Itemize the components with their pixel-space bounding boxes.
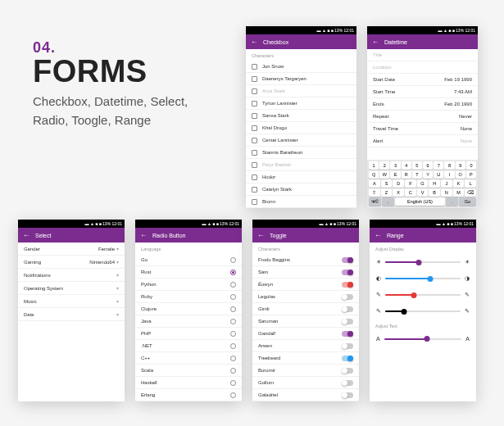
radio-row[interactable]: C++ bbox=[135, 352, 242, 365]
checkbox-icon[interactable] bbox=[252, 138, 257, 143]
back-arrow-icon[interactable]: ← bbox=[140, 231, 148, 239]
select-row[interactable]: Date▾ bbox=[18, 308, 125, 321]
key-sym[interactable]: !#© bbox=[369, 197, 381, 206]
key[interactable]: I bbox=[444, 170, 454, 179]
radio-row[interactable]: PHP bbox=[135, 328, 242, 340]
key[interactable]: 2 bbox=[379, 161, 389, 170]
checkbox-icon[interactable] bbox=[252, 76, 257, 82]
location-input-row[interactable]: Location bbox=[367, 61, 478, 74]
radio-row[interactable]: Haskell bbox=[135, 377, 242, 389]
checkbox-icon[interactable] bbox=[252, 64, 257, 70]
radio-icon[interactable] bbox=[230, 319, 236, 324]
alert-row[interactable]: AlertNone bbox=[367, 135, 478, 147]
radio-icon[interactable] bbox=[230, 392, 236, 398]
checkbox-row[interactable]: Jon Snow bbox=[246, 61, 356, 73]
radio-icon[interactable] bbox=[230, 294, 236, 300]
checkbox-icon[interactable] bbox=[252, 199, 257, 205]
key-space[interactable]: English (US) bbox=[395, 197, 444, 206]
toggle-row[interactable]: Frodo Baggins bbox=[252, 254, 359, 266]
slider-row[interactable]: ✎✎ bbox=[370, 287, 476, 303]
title-input-row[interactable]: Title bbox=[367, 49, 478, 61]
datetime-row[interactable]: RepeatNever bbox=[367, 111, 478, 123]
checkbox-row[interactable]: Arya Stark bbox=[246, 85, 356, 97]
toggle-row[interactable]: Gimli bbox=[252, 303, 359, 315]
key[interactable]: 9 bbox=[456, 161, 465, 170]
slider-track[interactable] bbox=[385, 261, 461, 263]
key[interactable]: X bbox=[393, 188, 404, 197]
key[interactable]: H bbox=[429, 179, 440, 188]
toggle-switch[interactable] bbox=[342, 319, 353, 324]
radio-row[interactable]: Go bbox=[135, 254, 242, 266]
slider-track[interactable] bbox=[385, 278, 461, 279]
checkbox-row[interactable]: Sansa Stark bbox=[246, 110, 356, 122]
radio-row[interactable]: Erlang bbox=[135, 389, 242, 401]
key[interactable]: 0 bbox=[466, 161, 476, 170]
checkbox-icon[interactable] bbox=[252, 88, 257, 94]
slider-thumb[interactable] bbox=[428, 276, 434, 282]
slider-row[interactable]: ✎✎ bbox=[370, 303, 476, 320]
key[interactable]: 3 bbox=[390, 161, 400, 170]
select-row[interactable]: Notifications▾ bbox=[18, 269, 125, 282]
radio-icon[interactable] bbox=[230, 331, 236, 337]
key[interactable]: 6 bbox=[423, 161, 433, 170]
toggle-row[interactable]: Legolas bbox=[252, 291, 359, 303]
checkbox-row[interactable]: Khal Drogo bbox=[246, 122, 356, 134]
checkbox-icon[interactable] bbox=[252, 101, 257, 106]
slider-track[interactable] bbox=[385, 310, 461, 312]
key[interactable]: M bbox=[453, 188, 465, 197]
toggle-switch[interactable] bbox=[342, 331, 353, 337]
key[interactable]: 1 bbox=[369, 161, 379, 170]
key[interactable]: 4 bbox=[402, 161, 411, 170]
back-arrow-icon[interactable]: ← bbox=[257, 231, 265, 239]
datetime-row[interactable]: Start Time7:43 AM bbox=[367, 86, 478, 98]
key[interactable]: ⌫ bbox=[465, 188, 476, 197]
key[interactable]: E bbox=[390, 170, 400, 179]
datetime-row[interactable]: Travel TimeNone bbox=[367, 123, 478, 135]
toggle-switch[interactable] bbox=[342, 392, 353, 398]
toggle-row[interactable]: Treebeard bbox=[252, 352, 359, 365]
toggle-switch[interactable] bbox=[342, 368, 353, 374]
radio-row[interactable]: .NET bbox=[135, 340, 242, 352]
radio-row[interactable]: Scala bbox=[135, 365, 242, 377]
key[interactable]: J bbox=[441, 179, 452, 188]
key[interactable]: W bbox=[379, 170, 389, 179]
checkbox-row[interactable]: Bronn bbox=[246, 196, 356, 208]
radio-icon[interactable] bbox=[230, 257, 236, 263]
key[interactable]: Y bbox=[423, 170, 433, 179]
select-row[interactable]: Operating System▾ bbox=[18, 282, 125, 295]
key[interactable]: V bbox=[417, 188, 429, 197]
toggle-row[interactable]: Gandalf bbox=[252, 328, 359, 340]
back-arrow-icon[interactable]: ← bbox=[23, 231, 30, 239]
key-go[interactable]: Go bbox=[459, 197, 476, 206]
select-row[interactable]: GenderFemale▾ bbox=[18, 242, 125, 256]
toggle-row[interactable]: Arwen bbox=[252, 340, 359, 352]
key[interactable]: S bbox=[381, 179, 393, 188]
toggle-row[interactable]: Boromir bbox=[252, 365, 359, 377]
radio-row[interactable]: Ruby bbox=[135, 291, 242, 303]
slider-row[interactable]: AA bbox=[370, 331, 476, 347]
key[interactable]: G bbox=[417, 179, 429, 188]
key-comma[interactable]: , bbox=[382, 197, 394, 206]
checkbox-row[interactable]: Petyr Baelish bbox=[246, 159, 356, 171]
checkbox-icon[interactable] bbox=[252, 187, 257, 193]
toggle-row[interactable]: Saruman bbox=[252, 315, 359, 328]
key[interactable]: D bbox=[393, 179, 404, 188]
key[interactable]: Q bbox=[369, 170, 379, 179]
radio-row[interactable]: Rust bbox=[135, 266, 242, 279]
slider-row[interactable]: ☀☀ bbox=[370, 254, 476, 270]
toggle-switch[interactable] bbox=[342, 356, 353, 361]
checkbox-row[interactable]: Stannis Baratheon bbox=[246, 147, 356, 159]
toggle-switch[interactable] bbox=[342, 257, 353, 263]
back-arrow-icon[interactable]: ← bbox=[375, 231, 382, 239]
key[interactable]: K bbox=[453, 179, 465, 188]
radio-icon[interactable] bbox=[230, 380, 236, 386]
checkbox-row[interactable]: Catelyn Stark bbox=[246, 184, 356, 196]
key[interactable]: A bbox=[369, 179, 380, 188]
checkbox-row[interactable]: Hodor bbox=[246, 171, 356, 184]
checkbox-row[interactable]: Tyrion Lannister bbox=[246, 97, 356, 110]
toggle-row[interactable]: Éowyn bbox=[252, 279, 359, 291]
key[interactable]: ⇧ bbox=[369, 188, 380, 197]
key[interactable]: L bbox=[465, 179, 476, 188]
toggle-row[interactable]: Gollum bbox=[252, 377, 359, 389]
key[interactable]: Z bbox=[381, 188, 393, 197]
